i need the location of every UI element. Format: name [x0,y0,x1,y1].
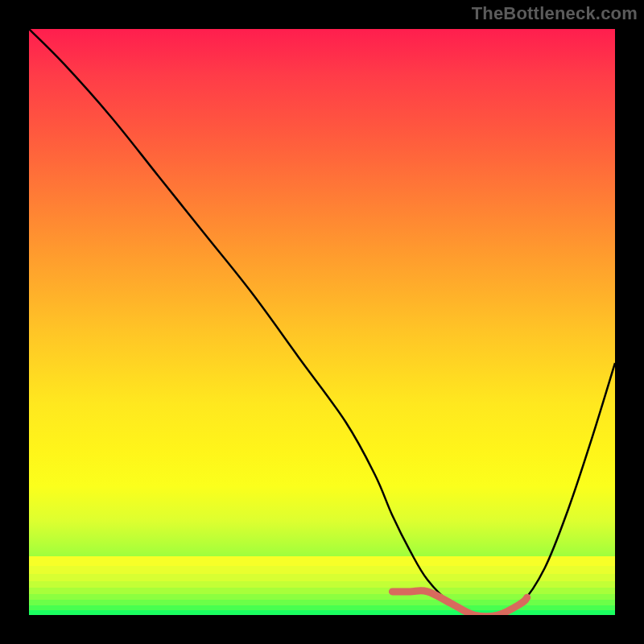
chart-frame: TheBottleneck.com [0,0,644,644]
chart-svg [29,29,615,615]
watermark-text: TheBottleneck.com [472,3,638,24]
optimal-range-marker [392,591,526,615]
curve-line [29,29,615,615]
chart-plot-area [29,29,615,615]
